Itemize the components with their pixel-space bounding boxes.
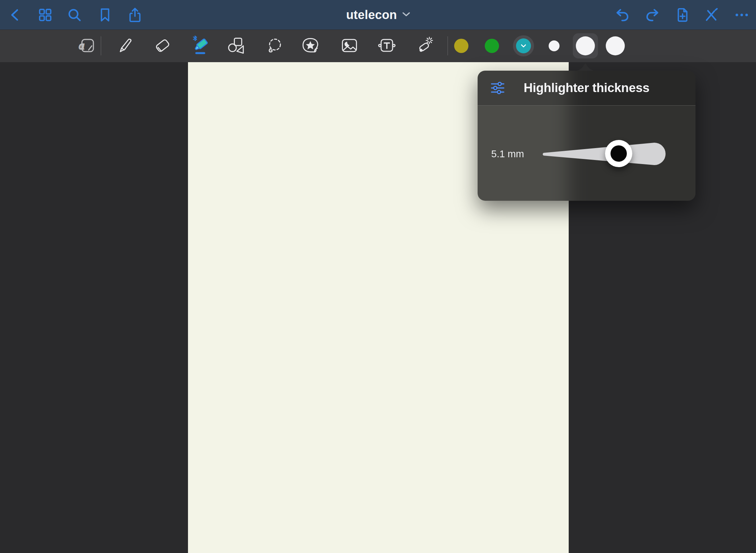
laser-pointer-icon [414,35,434,57]
grid-icon [37,7,53,23]
color-swatch-yellow[interactable] [454,39,468,53]
bookmark-button[interactable] [97,0,114,30]
lasso-icon [264,35,285,57]
thickness-slider-knob[interactable] [605,140,632,167]
thickness-swatch-medium-selected[interactable] [573,33,598,58]
image-icon [339,35,360,57]
redo-icon [645,7,660,23]
ellipsis-icon [734,7,750,23]
redo-button[interactable] [644,0,661,30]
shapes-tool-button[interactable] [226,35,247,57]
tools-toolbar: a [0,30,756,62]
highlighter-icon [191,35,212,57]
back-button[interactable] [7,0,24,30]
more-options-button[interactable] [733,0,750,30]
zoom-window-tool-button[interactable]: a [76,35,98,57]
toolbar-separator [101,36,101,55]
text-icon [377,35,397,57]
document-title-button[interactable]: utelecon [344,7,412,22]
stickers-icon [300,35,321,57]
document-title: utelecon [346,8,397,22]
share-icon [127,7,143,23]
page-thumbnails-button[interactable] [37,0,54,30]
chevron-down-icon [402,12,410,18]
undo-icon [614,7,630,23]
popup-title: Highlighter thickness [478,81,695,95]
knob-inner-dot [611,145,627,162]
add-page-icon [674,7,690,23]
laser-pointer-tool-button[interactable] [413,35,435,57]
thickness-dot [576,36,595,55]
readonly-mode-button[interactable] [703,0,720,30]
add-page-button[interactable] [674,0,691,30]
bookmark-icon [97,7,113,23]
thickness-swatch-small[interactable] [549,40,560,51]
pen-tool-button[interactable] [114,35,136,57]
app-window: utelecon [0,0,756,553]
top-navigation-bar: utelecon [0,0,756,30]
teal-color-dot [516,38,531,53]
pen-icon [115,35,135,57]
pen-crossed-icon [704,7,719,23]
thickness-slider-row: 5.1 mm [478,105,695,201]
highlighter-thickness-popup: Highlighter thickness 5.1 mm [478,71,695,201]
highlighter-tool-button[interactable] [191,35,212,57]
svg-text:a: a [79,39,85,52]
lasso-tool-button[interactable] [264,35,286,57]
thickness-value-label: 5.1 mm [491,148,524,160]
eraser-icon [152,35,173,57]
share-button[interactable] [126,0,143,30]
shapes-icon [226,35,247,57]
color-swatch-green[interactable] [485,39,499,53]
sliders-icon [491,81,505,96]
toolbar-separator [447,36,448,55]
search-button[interactable] [66,0,83,30]
popup-arrow [577,63,594,71]
eraser-tool-button[interactable] [152,35,173,57]
zoom-window-icon: a [77,35,97,57]
popup-header: Highlighter thickness [478,71,695,106]
search-icon [67,7,82,23]
text-tool-button[interactable] [376,35,398,57]
chevron-down-icon [521,43,526,49]
image-tool-button[interactable] [339,35,360,57]
stickers-tool-button[interactable] [299,35,321,57]
color-swatch-teal-selected[interactable] [513,35,534,56]
undo-button[interactable] [614,0,631,30]
canvas-area: Highlighter thickness 5.1 mm [0,62,756,553]
back-chevron-icon [7,7,23,23]
thickness-swatch-large[interactable] [606,36,625,55]
